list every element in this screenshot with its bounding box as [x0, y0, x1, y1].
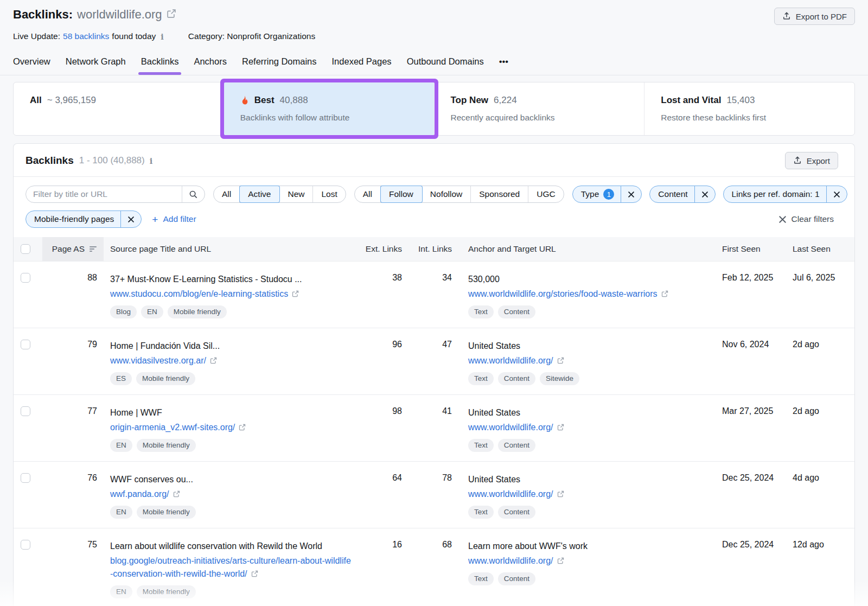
- status-filter-all[interactable]: All: [214, 186, 240, 202]
- anchor-text: United States: [468, 406, 689, 419]
- tag-content: Content: [498, 439, 535, 452]
- tab-network-graph[interactable]: Network Graph: [66, 52, 126, 75]
- summary-card-lost-and-vital[interactable]: Lost and Vital15,403Restore these backli…: [644, 82, 854, 135]
- row-checkbox[interactable]: [21, 273, 30, 283]
- remove-filter-button[interactable]: [694, 186, 715, 202]
- source-url-link[interactable]: www.studocu.com/blog/en/e-learning-stati…: [110, 289, 299, 298]
- remove-filter-button[interactable]: [120, 211, 141, 227]
- table-row: 79Home | Fundación Vida Sil...www.vidasi…: [14, 328, 854, 394]
- live-update-label: Live Update:: [13, 31, 60, 41]
- column-header-last-seen: Last Seen: [780, 237, 854, 261]
- external-link-icon: [557, 357, 564, 364]
- ext-links-value: 64: [363, 473, 410, 519]
- chip-text: Type: [581, 189, 599, 199]
- tab-referring-domains[interactable]: Referring Domains: [242, 52, 317, 75]
- source-cell: Home | WWForigin-armenia_v2.wwf-sites.or…: [104, 406, 363, 452]
- remove-filter-button[interactable]: [621, 186, 641, 202]
- info-icon[interactable]: i: [147, 156, 156, 165]
- source-cell: WWF conserves ou...wwf.panda.org/ENMobil…: [104, 473, 363, 519]
- tag-list: ENMobile friendly: [110, 439, 352, 452]
- row-checkbox[interactable]: [21, 540, 30, 550]
- category-label: Category: Nonprofit Organizations: [188, 31, 315, 41]
- filter-chip-links-per-ref-domain-1[interactable]: Links per ref. domain: 1: [723, 186, 847, 203]
- status-filter-lost[interactable]: Lost: [313, 186, 345, 202]
- page-as-value: 79: [42, 340, 104, 385]
- target-url-link[interactable]: www.worldwildlife.org/stories/food-waste…: [468, 289, 668, 298]
- tag-blog: Blog: [110, 305, 137, 318]
- status-filter-new[interactable]: New: [279, 186, 313, 202]
- anchor-text: United States: [468, 473, 689, 486]
- source-url-link[interactable]: blog.google/outreach-initiatives/arts-cu…: [110, 556, 351, 578]
- last-seen-value: Jul 6, 2025: [780, 273, 854, 318]
- row-checkbox[interactable]: [21, 473, 30, 483]
- target-url-link[interactable]: www.worldwildlife.org/: [468, 556, 564, 565]
- tab-indexed-pages[interactable]: Indexed Pages: [332, 52, 392, 75]
- source-url-link[interactable]: wwf.panda.org/: [110, 489, 180, 499]
- add-filter-button[interactable]: + Add filter: [152, 214, 196, 225]
- source-url-link[interactable]: www.vidasilvestre.org.ar/: [110, 356, 217, 365]
- tag-text: Text: [468, 372, 494, 385]
- row-checkbox[interactable]: [21, 340, 30, 349]
- tab-backlinks[interactable]: Backlinks: [141, 52, 179, 75]
- live-update-link[interactable]: 58 backlinks: [63, 31, 109, 41]
- tab-anchors[interactable]: Anchors: [194, 52, 227, 75]
- status-filter-active[interactable]: Active: [240, 186, 279, 202]
- summary-card-all[interactable]: All~ 3,965,159: [14, 82, 224, 135]
- url-line: www.worldwildlife.org/: [468, 554, 689, 567]
- tab-bar-divider: [0, 75, 868, 75]
- target-url-link[interactable]: www.worldwildlife.org/: [468, 489, 564, 499]
- search-icon[interactable]: [182, 186, 205, 202]
- select-all-checkbox[interactable]: [21, 244, 30, 254]
- follow-filter-nofollow[interactable]: Nofollow: [422, 186, 471, 202]
- follow-filter-sponsored[interactable]: Sponsored: [471, 186, 528, 202]
- backlinks-page: Backlinks: worldwildlife.org Export to P…: [0, 0, 868, 606]
- info-icon[interactable]: i: [158, 32, 167, 41]
- row-checkbox[interactable]: [21, 406, 30, 416]
- first-seen-value: Mar 27, 2025: [700, 406, 780, 452]
- filter-chip-content[interactable]: Content: [649, 186, 715, 203]
- tag-en: EN: [110, 506, 132, 519]
- filter-chips-row2: Mobile-friendly pages: [25, 210, 142, 228]
- tag-list: TextContent: [468, 506, 689, 519]
- ext-links-value: 16: [363, 540, 410, 598]
- tab-overview[interactable]: Overview: [13, 52, 50, 75]
- filter-chip-type[interactable]: Type1: [572, 186, 642, 203]
- tag-es: ES: [110, 372, 132, 385]
- card-value: ~ 3,965,159: [47, 95, 96, 106]
- external-link-icon[interactable]: [167, 8, 176, 22]
- follow-filter-ugc[interactable]: UGC: [528, 186, 563, 202]
- search-input[interactable]: [26, 189, 182, 199]
- close-icon: [779, 216, 786, 223]
- column-header-ext-links: Ext. Links: [363, 237, 410, 261]
- plus-icon: +: [152, 214, 158, 225]
- export-button[interactable]: Export: [785, 152, 838, 169]
- source-url-link[interactable]: origin-armenia_v2.wwf-sites.org/: [110, 423, 246, 432]
- tab-outbound-domains[interactable]: Outbound Domains: [407, 52, 484, 75]
- last-seen-value: 2d ago: [780, 406, 854, 452]
- column-header-page-as[interactable]: Page AS: [42, 237, 104, 261]
- ext-links-value: 98: [363, 406, 410, 452]
- follow-filter-follow[interactable]: Follow: [381, 186, 422, 202]
- follow-filter-all[interactable]: All: [355, 186, 381, 202]
- card-line: Top New6,224: [451, 95, 628, 106]
- summary-card-best[interactable]: Best40,888Backlinks with follow attribut…: [224, 82, 435, 135]
- target-url-link[interactable]: www.worldwildlife.org/: [468, 356, 564, 365]
- summary-card-top-new[interactable]: Top New6,224Recently acquired backlinks: [435, 82, 645, 135]
- url-line: www.worldwildlife.org/: [468, 488, 689, 501]
- tag-list: ENMobile friendly: [110, 506, 352, 519]
- clear-filters-button[interactable]: Clear filters: [779, 214, 834, 224]
- first-seen-value: Nov 6, 2024: [700, 340, 780, 385]
- int-links-value: 68: [410, 540, 459, 598]
- source-cell: 37+ Must-Know E-Learning Statistics - St…: [104, 273, 363, 318]
- export-to-pdf-button[interactable]: Export to PDF: [774, 8, 855, 25]
- filter-chip-label: Mobile-friendly pages: [26, 211, 120, 227]
- filter-chip-mobile-friendly-pages[interactable]: Mobile-friendly pages: [25, 210, 142, 228]
- clear-filters-label: Clear filters: [792, 214, 834, 224]
- target-url-link[interactable]: www.worldwildlife.org/: [468, 423, 564, 432]
- card-value: 40,888: [280, 95, 308, 106]
- table-row: 8837+ Must-Know E-Learning Statistics - …: [14, 261, 854, 328]
- export-label: Export: [807, 156, 830, 165]
- card-value: 6,224: [494, 95, 517, 106]
- remove-filter-button[interactable]: [826, 186, 847, 202]
- tab-more-tabs[interactable]: •••: [499, 52, 508, 75]
